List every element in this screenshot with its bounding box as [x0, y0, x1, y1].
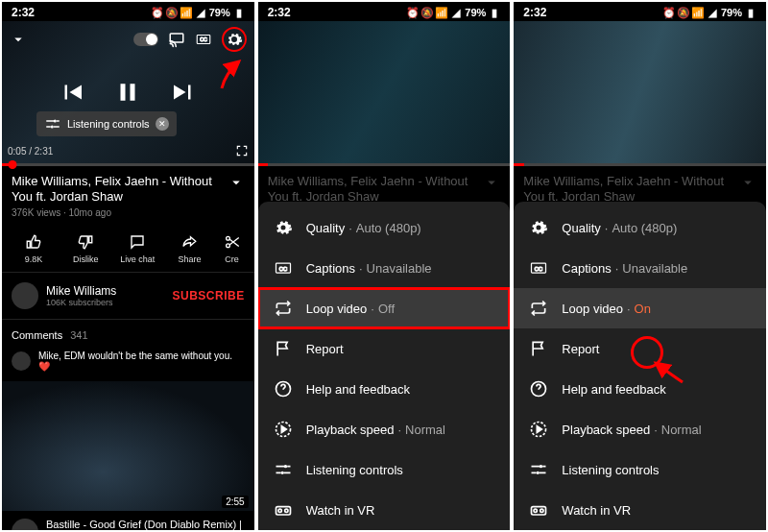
- svg-text:CC: CC: [535, 266, 542, 272]
- clock-label: 2:32: [523, 6, 546, 19]
- listening-controls-pill[interactable]: Listening controls ✕: [36, 111, 177, 136]
- svg-point-17: [284, 509, 287, 512]
- vr-row[interactable]: Watch in VR: [514, 490, 766, 530]
- subscribe-button[interactable]: SUBSCRIBE: [172, 289, 244, 302]
- battery-label: 79%: [465, 7, 486, 18]
- svg-point-13: [284, 465, 287, 468]
- close-pill-icon[interactable]: ✕: [156, 117, 169, 131]
- dnd-icon: 🔕: [421, 7, 433, 18]
- tune-icon: [44, 115, 61, 133]
- alarm-icon: ⏰: [407, 7, 419, 18]
- gear-icon: [226, 31, 243, 48]
- collapse-icon[interactable]: [10, 31, 27, 48]
- comments-header[interactable]: Comments 341: [2, 320, 254, 351]
- battery-label: 79%: [209, 7, 230, 18]
- dnd-icon: 🔕: [678, 7, 689, 18]
- help-row[interactable]: Help and feedback: [514, 369, 766, 409]
- loop-video-row[interactable]: Loop video·Off: [258, 288, 511, 328]
- battery-icon: ▮: [233, 7, 245, 18]
- battery-label: 79%: [721, 7, 742, 18]
- alarm-icon: ⏰: [152, 7, 163, 18]
- svg-point-27: [534, 509, 537, 512]
- status-bar: 2:32 ⏰ 🔕 📶 ◢ 79% ▮: [258, 2, 511, 21]
- gear-icon: [529, 218, 548, 237]
- recommended-thumbnail: [2, 381, 254, 511]
- loop-video-row[interactable]: Loop video·On: [514, 288, 766, 328]
- video-title[interactable]: Mike Williams, Felix Jaehn - Without You…: [12, 174, 220, 206]
- like-button[interactable]: 9.8K: [10, 233, 58, 264]
- create-button[interactable]: Cre: [218, 233, 247, 264]
- cc-icon: CC: [529, 258, 548, 278]
- speed-row[interactable]: Playback speed·Normal: [514, 409, 766, 449]
- wifi-icon: 📶: [436, 7, 447, 18]
- cc-icon: CC: [274, 258, 293, 278]
- vr-row[interactable]: Watch in VR: [258, 490, 511, 530]
- status-bar: 2:32 ⏰ 🔕 📶 ◢ 79% ▮: [514, 2, 766, 21]
- quality-row[interactable]: Quality·Auto (480p): [514, 207, 766, 248]
- dnd-icon: 🔕: [166, 7, 178, 18]
- pause-button[interactable]: [113, 78, 142, 107]
- share-button[interactable]: Share: [165, 233, 213, 264]
- expand-description-icon[interactable]: [228, 174, 245, 191]
- signal-icon: ◢: [195, 7, 206, 18]
- channel-row[interactable]: Mike Williams 106K subscribers SUBSCRIBE: [2, 273, 254, 320]
- svg-point-25: [537, 472, 540, 474]
- recommended-avatar: [12, 519, 38, 531]
- settings-button[interactable]: [222, 27, 247, 52]
- autoplay-toggle[interactable]: [133, 33, 158, 46]
- cc-icon[interactable]: CC: [195, 31, 212, 48]
- channel-avatar[interactable]: [12, 282, 38, 309]
- video-title: Mike Williams, Felix Jaehn - Without You…: [268, 174, 476, 206]
- expand-description-icon: [739, 174, 756, 191]
- loop-icon: [529, 299, 548, 318]
- battery-icon: ▮: [489, 7, 500, 18]
- live-chat-button[interactable]: Live chat: [113, 233, 161, 264]
- report-row[interactable]: Report: [514, 328, 766, 369]
- tune-icon: [529, 460, 548, 479]
- wifi-icon: 📶: [692, 7, 704, 18]
- signal-icon: ◢: [707, 7, 718, 18]
- captions-row[interactable]: CC Captions·Unavailable: [258, 248, 511, 288]
- progress-bar[interactable]: [2, 163, 254, 166]
- comment-text: Mike, EDM wouldn't be the same without y…: [38, 351, 245, 372]
- video-player[interactable]: [258, 21, 511, 163]
- share-icon: [180, 233, 198, 251]
- thumbs-down-icon: [77, 233, 94, 251]
- recommended-title: Bastille - Good Grief (Don Diablo Remix)…: [46, 519, 245, 531]
- svg-point-28: [540, 509, 543, 512]
- status-icons: ⏰ 🔕 📶 ◢ 79% ▮: [407, 7, 500, 18]
- play-circle-icon: [274, 420, 293, 439]
- cast-icon[interactable]: [168, 31, 185, 48]
- listening-controls-row[interactable]: Listening controls: [258, 449, 511, 490]
- commenter-avatar: [12, 351, 31, 371]
- recommended-video[interactable]: 2:55 Bastille - Good Grief (Don Diablo R…: [2, 381, 254, 531]
- previous-button[interactable]: [58, 78, 86, 107]
- status-icons: ⏰ 🔕 📶 ◢ 79% ▮: [663, 7, 756, 18]
- help-row[interactable]: Help and feedback: [258, 369, 511, 409]
- status-icons: ⏰ 🔕 📶 ◢ 79% ▮: [152, 7, 245, 18]
- signal-icon: ◢: [450, 7, 462, 18]
- video-player[interactable]: CC Listening controls ✕ 0:05 / 2:31: [2, 21, 254, 163]
- flag-icon: [529, 339, 548, 358]
- alarm-icon: ⏰: [663, 7, 675, 18]
- listening-controls-row[interactable]: Listening controls: [514, 449, 766, 490]
- chat-icon: [129, 233, 146, 251]
- gear-icon: [274, 218, 293, 237]
- next-button[interactable]: [169, 78, 198, 107]
- help-icon: [274, 379, 293, 399]
- fullscreen-icon[interactable]: [235, 144, 249, 157]
- playback-controls: [58, 78, 198, 107]
- svg-point-14: [280, 472, 283, 474]
- annotation-arrow-icon: [216, 56, 249, 90]
- captions-row[interactable]: CC Captions·Unavailable: [514, 248, 766, 288]
- dislike-button[interactable]: Dislike: [61, 233, 109, 264]
- phone-screenshot-1: 2:32 ⏰ 🔕 📶 ◢ 79% ▮ CC: [2, 2, 254, 530]
- report-row[interactable]: Report: [258, 328, 511, 369]
- top-comment[interactable]: Mike, EDM wouldn't be the same without y…: [2, 351, 254, 381]
- quality-row[interactable]: Quality·Auto (480p): [258, 207, 511, 248]
- flag-icon: [274, 339, 293, 358]
- video-player[interactable]: [514, 21, 766, 163]
- speed-row[interactable]: Playback speed·Normal: [258, 409, 511, 449]
- loop-status-on: On: [635, 302, 651, 316]
- channel-subs: 106K subscribers: [46, 298, 116, 307]
